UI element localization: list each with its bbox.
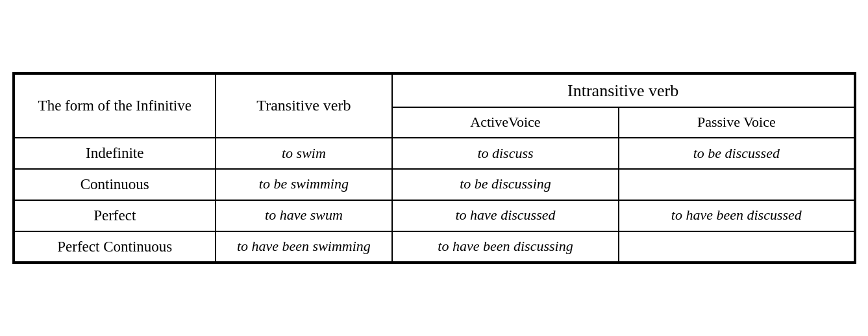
transitive-perfect: to have swum [216, 200, 392, 231]
grammar-table-wrapper: The form of the Infinitive Transitive ve… [12, 72, 856, 265]
header-form: The form of the Infinitive [14, 74, 216, 138]
active-perfect-continuous: to have been discussing [392, 231, 619, 263]
form-continuous: Continuous [14, 169, 216, 200]
grammar-table: The form of the Infinitive Transitive ve… [14, 73, 855, 263]
transitive-indefinite: to swim [216, 138, 392, 169]
table-row: Continuous to be swimming to be discussi… [14, 169, 854, 200]
transitive-perfect-continuous: to have been swimming [216, 231, 392, 263]
header-intransitive: Intransitive verb [392, 74, 854, 108]
header-passive: Passive Voice [619, 107, 854, 138]
active-indefinite: to discuss [392, 138, 619, 169]
header-active: ActiveVoice [392, 107, 619, 138]
passive-indefinite: to be discussed [619, 138, 854, 169]
form-perfect-continuous: Perfect Continuous [14, 231, 216, 263]
transitive-continuous: to be swimming [216, 169, 392, 200]
table-row: Indefinite to swim to discuss to be disc… [14, 138, 854, 169]
form-perfect: Perfect [14, 200, 216, 231]
form-indefinite: Indefinite [14, 138, 216, 169]
passive-continuous [619, 169, 854, 200]
table-row: Perfect to have swum to have discussed t… [14, 200, 854, 231]
active-perfect: to have discussed [392, 200, 619, 231]
active-continuous: to be discussing [392, 169, 619, 200]
header-transitive: Transitive verb [216, 74, 392, 138]
table-row: Perfect Continuous to have been swimming… [14, 231, 854, 263]
passive-perfect-continuous [619, 231, 854, 263]
passive-perfect: to have been discussed [619, 200, 854, 231]
